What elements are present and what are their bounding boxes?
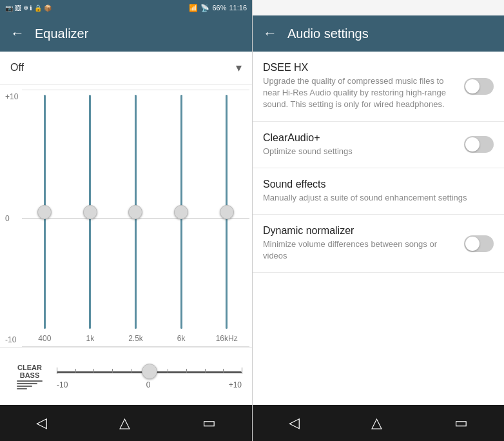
page-title-right: Audio settings [287,26,369,41]
dsee-toggle[interactable] [464,78,494,95]
bass-line-3 [17,386,32,387]
settings-item-clear-audio: ClearAudio+ Optimize sound settings [253,122,504,168]
bass-line-1 [17,380,43,382]
tick-marks [57,366,242,377]
bass-mid-label: 0 [146,380,151,389]
eq-track-4 [180,95,182,329]
nav-recent-left[interactable]: ▭ [202,415,216,431]
settings-list: DSEE HX Upgrade the quality of compresse… [253,52,504,405]
freq-1k: 1k [68,334,113,343]
bass-lines-icon [17,380,43,389]
time-left: 11:16 [229,4,247,12]
tick-9 [223,369,224,373]
bass-slider-thumb[interactable] [142,364,157,379]
dynamic-toggle[interactable] [464,235,494,252]
clear-audio-toggle[interactable] [464,136,494,153]
eq-track-2 [89,95,91,329]
eq-sliders [22,90,249,334]
eq-thumb-2[interactable] [83,205,97,219]
clear-audio-desc: Optimize sound settings [263,146,454,157]
eq-band-4[interactable] [159,90,204,334]
preset-label: Off [10,62,24,74]
dsee-desc: Upgrade the quality of compressed music … [263,75,454,111]
clear-audio-toggle-knob [465,137,480,152]
status-bar-left: 📷 🖼 ❄ ℹ 🔒 📦 📶 📡 66% 11:16 [0,0,252,15]
status-icons-left: 📷 🖼 ❄ ℹ 🔒 📦 [5,5,52,12]
dsee-text: DSEE HX Upgrade the quality of compresse… [263,62,454,111]
right-panel: 📷 🖼 ❄ ℹ 🔒 📦 📶 📡 66% 11:15 ← Audio settin… [252,0,504,441]
eq-content: Off ▾ +10 0 -10 [0,52,252,347]
right-header: ← Audio settings [253,15,504,52]
tick-2 [93,369,94,373]
dropdown-arrow-icon: ▾ [236,61,242,75]
nav-home-left[interactable]: △ [119,415,130,431]
clear-bass-section: CLEAR BASS [0,347,252,405]
dsee-toggle-knob [465,79,480,93]
freq-400: 400 [22,334,68,343]
tick-3 [112,369,113,373]
bass-text: BASS [20,371,40,379]
nav-bar-right: ◁ △ ▭ [253,405,504,441]
eq-y-mid: 0 [5,214,19,223]
sound-effects-title: Sound effects [263,179,483,190]
dynamic-title: Dynamic normalizer [263,225,454,237]
left-panel: 📷 🖼 ❄ ℹ 🔒 📦 📶 📡 66% 11:16 ← Equalizer Of… [0,0,252,441]
nav-home-right[interactable]: △ [371,415,382,431]
wifi-icon: 📡 [200,4,209,12]
eq-y-axis: +10 0 -10 [3,90,22,347]
sound-effects-text: Sound effects Manually adjust a suite of… [263,179,483,204]
nav-recent-right[interactable]: ▭ [454,415,468,431]
eq-track-5 [226,95,228,329]
tick-0 [57,368,57,374]
freq-labels: 400 1k 2.5k 6k 16kHz [22,334,249,347]
clear-text: CLEAR [17,364,42,371]
tick-1 [75,369,76,373]
dynamic-desc: Minimize volume differences between song… [263,239,454,262]
dynamic-toggle-knob [465,237,480,251]
eq-thumb-1[interactable] [37,205,52,219]
settings-item-sound-effects[interactable]: Sound effects Manually adjust a suite of… [253,168,504,215]
back-button-right[interactable]: ← [263,25,277,42]
signal-icon: 📶 [189,4,198,12]
eq-thumb-3[interactable] [128,205,142,219]
freq-16k: 16kHz [204,334,249,343]
clear-audio-text: ClearAudio+ Optimize sound settings [263,132,454,157]
left-header: ← Equalizer [0,15,252,52]
clear-bass-slider-container[interactable]: -10 0 +10 [57,364,242,389]
bass-max-label: +10 [229,380,242,389]
eq-track-3 [135,95,137,329]
tick-6 [168,369,168,373]
dynamic-text: Dynamic normalizer Minimize volume diffe… [263,225,454,262]
back-button-left[interactable]: ← [10,25,24,42]
bass-line-4 [17,388,27,389]
battery-left: 66% [212,4,226,12]
eq-y-bot: -10 [5,335,19,344]
freq-6k: 6k [159,334,204,343]
eq-band-5[interactable] [204,90,249,334]
nav-bar-left: ◁ △ ▭ [0,405,252,441]
status-bar-right-left: 📶 📡 66% 11:16 [189,4,247,12]
nav-back-right[interactable]: ◁ [289,415,300,431]
settings-item-dsee: DSEE HX Upgrade the quality of compresse… [253,52,504,122]
eq-thumb-5[interactable] [220,205,234,219]
bass-slider-labels: -10 0 +10 [57,380,242,389]
eq-band-1[interactable] [22,90,68,334]
tick-4 [131,369,131,373]
sound-effects-desc: Manually adjust a suite of sound enhance… [263,192,483,204]
eq-track-1 [44,95,46,329]
settings-item-dynamic: Dynamic normalizer Minimize volume diffe… [253,215,504,273]
eq-y-top: +10 [5,92,19,101]
freq-2k5: 2.5k [113,334,159,343]
page-title-left: Equalizer [35,26,88,41]
eq-bands-area: 400 1k 2.5k 6k 16kHz [22,90,249,347]
bass-line-2 [17,383,37,384]
eq-thumb-4[interactable] [174,205,188,219]
eq-band-3[interactable] [113,90,159,334]
tick-10 [242,368,242,374]
nav-back-left[interactable]: ◁ [36,415,47,431]
tick-8 [205,369,206,373]
preset-row[interactable]: Off ▾ [0,52,252,84]
tick-7 [186,369,187,373]
eq-band-2[interactable] [68,90,113,334]
eq-bands-wrapper: +10 0 -10 [0,84,252,347]
